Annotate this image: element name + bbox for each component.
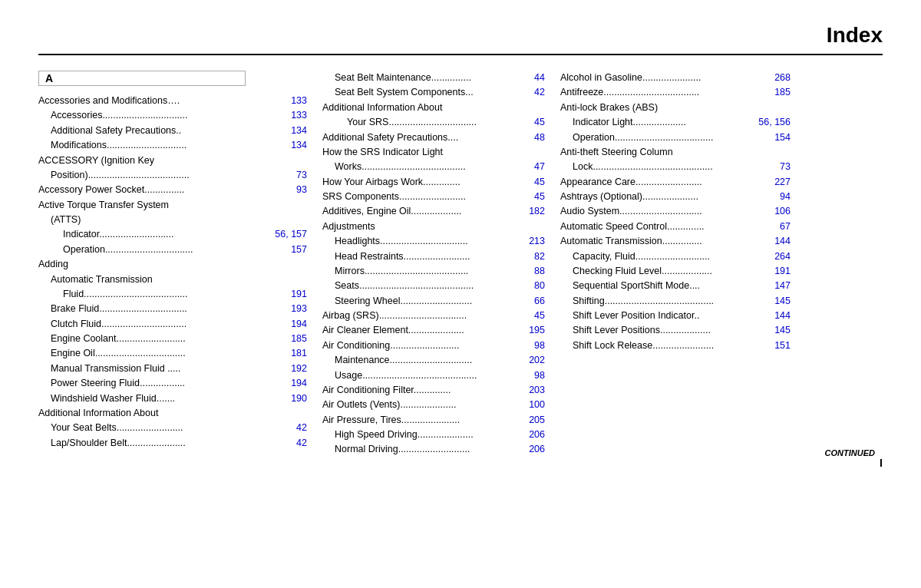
entry-label: Automatic Transmission...............: [560, 234, 702, 249]
section-letter-a: A: [38, 71, 246, 86]
entry-label: Automatic Speed Control..............: [560, 220, 705, 234]
entry-page[interactable]: 80: [531, 279, 545, 293]
entry-page[interactable]: 195: [526, 323, 545, 338]
entry-label: (ATTS): [51, 213, 81, 227]
entry-page[interactable]: 145: [771, 294, 791, 309]
list-item: Usage...................................…: [322, 368, 545, 383]
list-item: Seat Belt Maintenance...............44: [322, 71, 545, 85]
entry-page[interactable]: 73: [777, 160, 791, 174]
entry-page[interactable]: 157: [288, 243, 307, 257]
entry-page[interactable]: 154: [771, 130, 791, 145]
entry-page[interactable]: 147: [771, 279, 791, 293]
entry-page[interactable]: 45: [531, 175, 545, 190]
entry-page[interactable]: 56, 157: [272, 227, 307, 242]
entry-page[interactable]: 48: [531, 130, 545, 145]
entry-page[interactable]: 93: [293, 183, 307, 197]
entry-page[interactable]: 42: [293, 436, 307, 451]
entry-page[interactable]: 194: [288, 317, 307, 332]
entry-page[interactable]: 106: [771, 204, 791, 219]
entry-page[interactable]: 191: [288, 287, 307, 302]
entry-label: Operation...............................…: [573, 130, 713, 145]
entry-page[interactable]: 191: [771, 264, 791, 279]
entry-label: Normal Driving..........................…: [335, 442, 470, 457]
entry-page[interactable]: 203: [526, 383, 545, 398]
list-item: Shift Lever Position Indicator..144: [560, 309, 791, 323]
entry-page[interactable]: 193: [288, 302, 307, 316]
entry-page[interactable]: 182: [526, 204, 545, 219]
entry-page[interactable]: 185: [288, 332, 307, 346]
entry-label: Indicator............................: [63, 227, 174, 242]
entry-page[interactable]: 45: [531, 115, 545, 130]
entry-page[interactable]: 44: [531, 71, 545, 85]
entry-page[interactable]: 264: [771, 249, 791, 264]
entry-label: Airbag (SRS)............................…: [322, 309, 467, 323]
entry-page[interactable]: 98: [531, 339, 545, 353]
entry-page[interactable]: 88: [531, 264, 545, 279]
entry-page[interactable]: 194: [288, 376, 307, 391]
page: Index A Accessories and Modifications….1…: [0, 0, 921, 481]
list-item: Appearance Care.........................…: [560, 175, 791, 190]
entry-page[interactable]: 185: [771, 85, 791, 100]
entry-page[interactable]: 144: [771, 234, 791, 249]
entry-page[interactable]: 205: [526, 413, 545, 428]
entry-page[interactable]: 73: [293, 168, 307, 183]
entry-label: Headlights..............................…: [335, 234, 468, 249]
entry-label: Steering Wheel..........................…: [335, 294, 472, 309]
list-item: Maintenance.............................…: [322, 353, 545, 368]
entry-page[interactable]: 181: [288, 346, 307, 361]
entry-page[interactable]: 134: [288, 138, 307, 153]
list-item: Works...................................…: [322, 160, 545, 174]
list-item: Sequential SportShift Mode....147: [560, 279, 791, 293]
entry-label: How Your Airbags Work..............: [322, 175, 460, 190]
entry-page[interactable]: 213: [526, 234, 545, 249]
list-item: Automatic Transmission...............144: [560, 234, 791, 249]
list-item: Adding: [38, 257, 307, 272]
entry-page[interactable]: 151: [771, 339, 791, 353]
list-item: Adjustments: [322, 220, 545, 234]
entry-label: Power Steering Fluid.................: [51, 376, 185, 391]
entry-page[interactable]: 134: [288, 124, 307, 138]
list-item: Operation...............................…: [560, 130, 791, 145]
entry-page[interactable]: 67: [777, 220, 791, 234]
entry-page[interactable]: 190: [288, 391, 307, 406]
list-item: Indicator............................56,…: [38, 227, 307, 242]
entry-page[interactable]: 133: [288, 94, 307, 108]
entry-page[interactable]: 145: [771, 323, 791, 338]
entry-label: Engine Coolant..........................: [51, 332, 186, 346]
entry-page[interactable]: 98: [531, 368, 545, 383]
entry-page[interactable]: 144: [771, 309, 791, 323]
entry-page[interactable]: 268: [771, 71, 791, 85]
page-title: Index: [827, 23, 883, 47]
entry-page[interactable]: 100: [526, 398, 545, 412]
entry-label: Appearance Care.........................: [560, 175, 702, 190]
list-item: Anti-lock Brakes (ABS): [560, 101, 791, 115]
entry-page[interactable]: 94: [777, 190, 791, 204]
column-1: A Accessories and Modifications….133Acce…: [38, 71, 322, 458]
entry-label: Anti-theft Steering Column: [560, 145, 673, 160]
entry-page[interactable]: 45: [531, 309, 545, 323]
entry-page[interactable]: 227: [771, 175, 791, 190]
entry-page[interactable]: 42: [293, 421, 307, 435]
page-header: Index: [38, 23, 883, 55]
list-item: Power Steering Fluid.................194: [38, 376, 307, 391]
entry-page[interactable]: 56, 156: [755, 115, 791, 130]
entry-label: Shift Lever Position Indicator..: [573, 309, 699, 323]
list-item: Mirrors.................................…: [322, 264, 545, 279]
entry-label: Anti-lock Brakes (ABS): [560, 101, 658, 115]
entry-page[interactable]: 192: [288, 362, 307, 376]
entry-page[interactable]: 42: [531, 85, 545, 100]
entry-page[interactable]: 45: [531, 190, 545, 204]
entry-page[interactable]: 206: [526, 442, 545, 457]
entry-label: Accessory Power Socket...............: [38, 183, 184, 197]
entry-label: Additives, Engine Oil...................: [322, 204, 461, 219]
entry-page[interactable]: 47: [531, 160, 545, 174]
entry-label: Indicator Light....................: [573, 115, 686, 130]
entry-label: Automatic Transmission: [51, 273, 153, 287]
entry-page[interactable]: 66: [531, 294, 545, 309]
entry-page[interactable]: 133: [288, 108, 307, 123]
entry-page[interactable]: 202: [526, 353, 545, 368]
entry-label: Capacity, Fluid.........................…: [573, 249, 710, 264]
entry-page[interactable]: 206: [526, 428, 545, 442]
entry-label: ACCESSORY (Ignition Key: [38, 154, 154, 168]
entry-page[interactable]: 82: [531, 249, 545, 264]
